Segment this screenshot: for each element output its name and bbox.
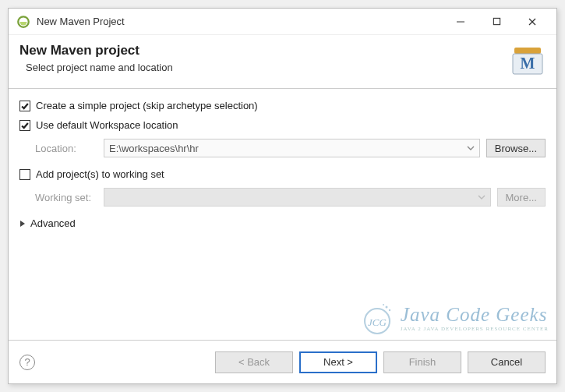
more-button: More... [497, 188, 546, 207]
svg-rect-2 [493, 18, 500, 24]
eclipse-icon [16, 15, 30, 29]
svg-text:JCG: JCG [368, 316, 387, 328]
working-set-combo [104, 188, 491, 207]
working-set-checkbox[interactable] [19, 169, 30, 180]
cancel-button[interactable]: Cancel [468, 351, 546, 373]
help-button[interactable]: ? [19, 355, 35, 370]
wizard-header: New Maven project Select project name an… [9, 35, 556, 89]
advanced-expander[interactable]: Advanced [19, 217, 546, 229]
location-combo[interactable]: E:\workspaces\hr\hr [104, 139, 480, 157]
chevron-down-icon [467, 144, 475, 152]
chevron-down-icon [478, 193, 486, 201]
svg-point-12 [389, 309, 390, 311]
default-workspace-label: Use default Workspace location [36, 119, 178, 131]
maximize-button[interactable] [478, 10, 514, 34]
finish-button: Finish [383, 351, 461, 373]
wizard-content: Create a simple project (skip archetype … [9, 89, 556, 340]
working-set-label: Working set: [35, 192, 97, 203]
page-title: New Maven project [19, 43, 510, 58]
titlebar: New Maven Project [9, 9, 556, 35]
window-title: New Maven Project [37, 16, 125, 27]
svg-point-11 [385, 306, 387, 309]
back-button: < Back [215, 351, 293, 373]
watermark: JCG Java Code Geeks JAVA 2 JAVA DEVELOPE… [360, 301, 549, 335]
svg-text:M: M [521, 55, 535, 72]
simple-project-checkbox[interactable] [19, 101, 30, 111]
expand-right-icon [19, 220, 26, 228]
maven-icon: M [510, 44, 546, 77]
wizard-footer: ? < Back Next > Finish Cancel [9, 340, 556, 383]
working-set-cb-label: Add project(s) to working set [36, 168, 164, 180]
watermark-title: Java Code Geeks [401, 304, 548, 325]
location-label: Location: [35, 143, 97, 154]
close-button[interactable] [514, 10, 550, 34]
svg-rect-5 [514, 48, 541, 54]
watermark-subtitle: JAVA 2 JAVA DEVELOPERS RESOURCE CENTER [401, 326, 549, 332]
simple-project-label: Create a simple project (skip archetype … [36, 100, 258, 111]
dialog-window: New Maven Project New Maven project Sele… [8, 8, 557, 384]
minimize-button[interactable] [443, 10, 478, 34]
jcg-logo-icon: JCG [360, 301, 394, 335]
svg-point-13 [383, 304, 384, 305]
advanced-label: Advanced [30, 217, 76, 229]
location-value: E:\workspaces\hr\hr [109, 143, 199, 154]
next-button[interactable]: Next > [299, 351, 377, 373]
default-workspace-checkbox[interactable] [19, 120, 30, 131]
page-subtitle: Select project name and location [19, 62, 510, 73]
svg-marker-8 [20, 221, 25, 227]
browse-button[interactable]: Browse... [486, 139, 546, 157]
